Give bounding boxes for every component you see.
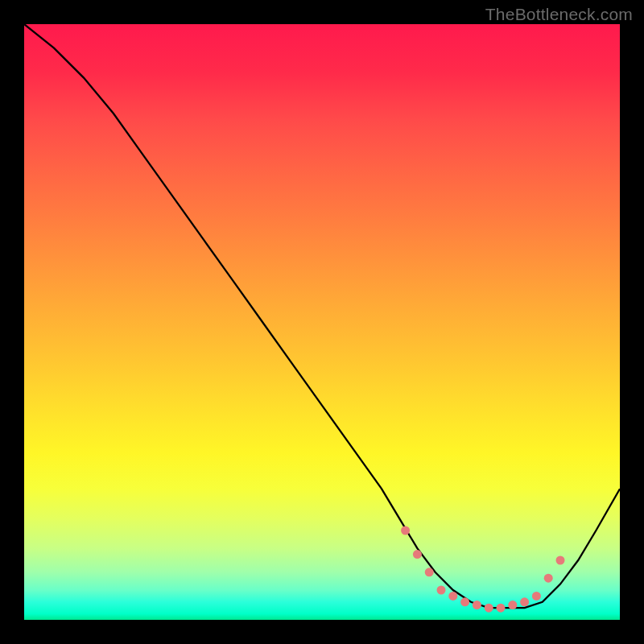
marker-point [556,556,565,565]
marker-group [401,526,564,613]
marker-point [508,601,517,609]
marker-point [425,568,434,576]
chart-container: TheBottleneck.com [0,0,644,644]
marker-point [401,526,410,535]
marker-point [497,604,506,613]
marker-point [473,601,481,609]
marker-point [485,604,493,613]
marker-point [544,574,553,583]
marker-point [460,597,469,606]
curve-line [24,24,620,608]
marker-point [413,550,422,559]
marker-point [448,592,457,601]
marker-point [532,592,541,601]
watermark-text: TheBottleneck.com [485,5,633,24]
chart-svg [24,24,620,620]
plot-area [24,24,620,620]
marker-point [437,586,446,595]
marker-point [520,597,529,606]
